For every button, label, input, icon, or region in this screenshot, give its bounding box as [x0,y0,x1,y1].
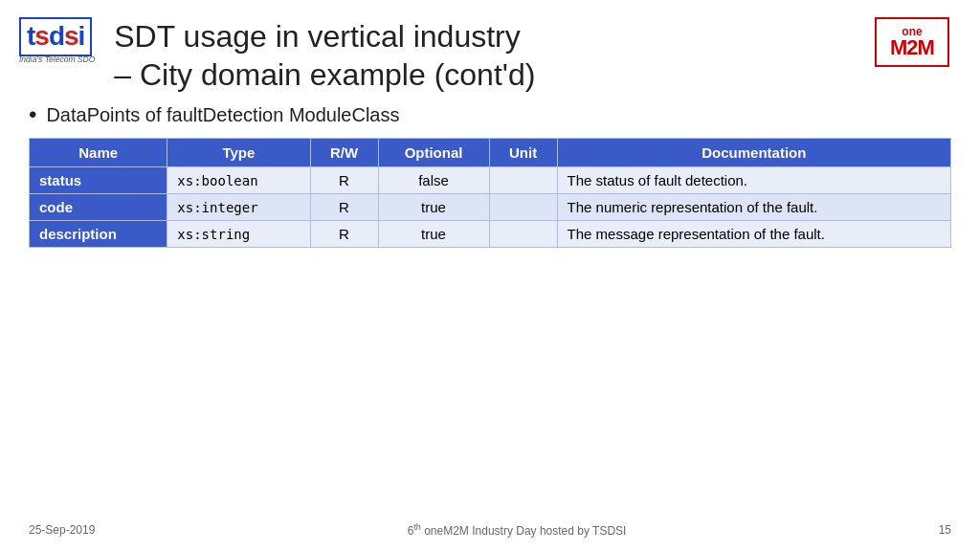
row1-rw: R [310,167,378,194]
row2-type: xs:integer [167,194,310,221]
col-header-type: Type [167,139,310,167]
row1-optional: false [378,167,489,194]
bullet-dot: • [29,103,36,126]
header: tsdsi India's Telecom SDO SDT usage in v… [0,0,980,103]
table-header: Name Type R/W Optional Unit Documentatio… [30,139,951,167]
footer-date: 25-Sep-2019 [29,523,95,537]
table-row: code xs:integer R true The numeric repre… [30,194,951,221]
row1-name: status [30,167,167,194]
row2-optional: true [378,194,489,221]
row1-unit [489,167,557,194]
row2-rw: R [310,194,378,221]
row2-doc: The numeric representation of the fault. [557,194,950,221]
row3-doc: The message representation of the fault. [557,221,950,248]
data-table: Name Type R/W Optional Unit Documentatio… [29,138,951,248]
footer-center: 6th oneM2M Industry Day hosted by TSDSI [408,522,627,538]
table-body: status xs:boolean R false The status of … [30,167,951,248]
tsdsi-subtitle: India's Telecom SDO [19,55,95,64]
col-header-name: Name [30,139,167,167]
col-header-rw: R/W [310,139,378,167]
row1-type: xs:boolean [167,167,310,194]
col-header-unit: Unit [489,139,557,167]
row3-type: xs:string [167,221,310,248]
onem2m-logo: one M2M [875,17,951,70]
slide: tsdsi India's Telecom SDO SDT usage in v… [0,0,980,551]
bullet-point: • DataPoints of faultDetection ModuleCla… [29,103,951,126]
row3-rw: R [310,221,378,248]
row3-name: description [30,221,167,248]
content-area: • DataPoints of faultDetection ModuleCla… [0,103,980,248]
col-header-optional: Optional [378,139,489,167]
row3-optional: true [378,221,489,248]
table-header-row: Name Type R/W Optional Unit Documentatio… [30,139,951,167]
tsdsi-logo: tsdsi India's Telecom SDO [19,17,95,64]
footer: 25-Sep-2019 6th oneM2M Industry Day host… [0,522,980,538]
row2-name: code [30,194,167,221]
col-header-doc: Documentation [557,139,950,167]
table-row: status xs:boolean R false The status of … [30,167,951,194]
row2-unit [489,194,557,221]
footer-page: 15 [939,523,951,537]
bullet-text: DataPoints of faultDetection ModuleClass [46,104,399,126]
row1-doc: The status of fault detection. [557,167,950,194]
row3-unit [489,221,557,248]
title-block: SDT usage in vertical industry – City do… [114,17,856,94]
slide-title: SDT usage in vertical industry – City do… [114,17,856,94]
table-row: description xs:string R true The message… [30,221,951,248]
onem2m-m2m-text: M2M [890,37,934,58]
